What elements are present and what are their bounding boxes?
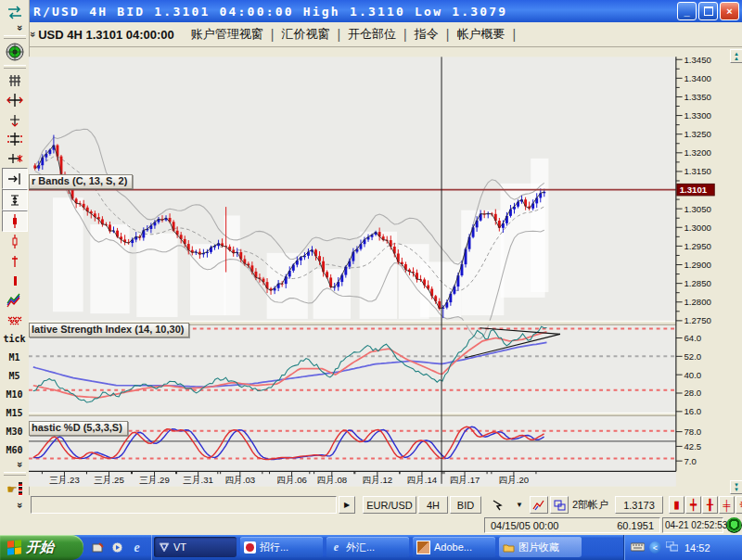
date-axis-label: 四月.20: [499, 475, 530, 485]
dagger-line-tool-icon[interactable]: [3, 251, 27, 271]
language-indicator-icon[interactable]: <: [649, 541, 661, 554]
clock-label: 14:52: [684, 542, 710, 554]
show-desktop-icon[interactable]: [91, 541, 105, 554]
timeframe-m10[interactable]: M10: [3, 385, 27, 403]
media-player-icon[interactable]: [110, 541, 124, 554]
task-label: 招行...: [260, 541, 288, 554]
menu-item-orders[interactable]: 指令: [407, 24, 446, 45]
stoch-axis-label: 42.5: [684, 441, 702, 452]
horizontal-scrollbar[interactable]: [31, 496, 337, 514]
timeframe-m30[interactable]: M30: [3, 422, 27, 440]
taskbar-task-cmb[interactable]: 招行...: [240, 537, 323, 557]
bar-tool-icon[interactable]: [3, 271, 27, 290]
account-label[interactable]: 2部帐户: [572, 498, 608, 512]
price-axis-label: 1.2850: [684, 278, 711, 288]
swap-arrows-icon[interactable]: [3, 3, 27, 22]
multi-line-zigzag-icon[interactable]: [3, 290, 27, 310]
hand-measure-tool-icon[interactable]: ☛: [3, 477, 27, 500]
vt-trader-window: R/USD 4H BID 1.3101 04:00:00 High 1.3110…: [0, 0, 742, 560]
cursor-dropdown-button[interactable]: ▼: [511, 496, 528, 514]
date-axis-label: 三月.25: [94, 475, 124, 485]
zigzag-indicator-button[interactable]: [530, 496, 548, 514]
keyboard-icon[interactable]: [631, 542, 645, 554]
chart-type-hlc-button[interactable]: ┿: [685, 496, 701, 514]
bank-logo-icon: [244, 541, 256, 554]
dropdown-arrow-icon: ▼: [516, 501, 523, 509]
window-title: R/USD 4H BID 1.3101 04:00:00 High 1.3110…: [29, 5, 677, 19]
timeframe-m60[interactable]: M60: [3, 440, 27, 459]
grid-tool-icon[interactable]: [3, 70, 27, 90]
date-axis-label: 四月.08: [317, 475, 348, 485]
restore-button[interactable]: [698, 2, 718, 20]
price-axis-label: 1.3450: [684, 55, 711, 65]
cross-asterisk-tool-icon[interactable]: [3, 148, 27, 168]
arrow-to-bar-tool-icon[interactable]: [2, 168, 28, 189]
timeframe-overflow-chevron-icon[interactable]: »: [16, 462, 25, 467]
candle-icon: ▮: [673, 499, 679, 511]
chart-type-bars-button[interactable]: ╪: [719, 496, 735, 514]
side-button[interactable]: BID: [450, 496, 481, 514]
left-toolbar: »: [0, 0, 30, 535]
price-axis-label: 1.3250: [684, 129, 711, 139]
task-label: 图片收藏: [518, 541, 559, 554]
date-axis-label: 三月.31: [183, 475, 213, 485]
close-icon: ×: [726, 6, 732, 17]
task-label: 外汇...: [346, 541, 375, 554]
chart-bottom-toolbar: ▶ EUR/USD 4H BID ▼ 2部帐户 1.3173 ▮ ┿ ╂ ╪ ✳…: [29, 495, 742, 516]
timeframe-m1[interactable]: M1: [3, 348, 27, 366]
close-button[interactable]: ×: [720, 2, 739, 20]
rsi-axis-label: 64.0: [684, 333, 702, 343]
axis-scroll-down-button[interactable]: ▼▼: [730, 480, 742, 494]
ibeam-range-tool-icon[interactable]: [2, 189, 28, 210]
folder-icon: [503, 541, 515, 554]
timeframe-m15[interactable]: M15: [3, 403, 27, 422]
connection-globe-icon[interactable]: [3, 41, 27, 63]
candlestick-hollow-tool-icon[interactable]: [3, 232, 27, 251]
taskbar-task-pictures[interactable]: 图片收藏: [499, 537, 582, 557]
chart-type-candle-button[interactable]: ▮: [669, 496, 684, 514]
minimize-button[interactable]: _: [677, 2, 697, 20]
quick-launch-bar: e: [83, 535, 152, 560]
menu-item-account-summary[interactable]: 帐户概要: [449, 24, 512, 45]
chart-type-ohlc-button[interactable]: ╂: [702, 496, 718, 514]
toolbar-overflow-chevron-icon[interactable]: »: [16, 25, 25, 31]
start-button[interactable]: 开始: [0, 535, 83, 560]
hatch-pattern-icon[interactable]: [3, 310, 27, 329]
taskbar-task-forex[interactable]: e 外汇...: [326, 537, 409, 557]
timeframe-tick[interactable]: tick: [3, 329, 27, 348]
bar-time: 04/15/05 00:00: [491, 520, 558, 531]
rsi-axis-label: 52.0: [684, 351, 702, 362]
symbol-button[interactable]: EUR/USD: [363, 496, 416, 514]
rsi-label: lative Strength Index (14, 10,30): [29, 323, 189, 337]
menu-item-account-management[interactable]: 账户管理视窗: [184, 24, 271, 45]
price-axis-label: 1.3400: [684, 73, 711, 83]
scroll-right-button[interactable]: ▶: [339, 496, 355, 514]
small-crosshair-arrows-tool-icon[interactable]: [3, 109, 27, 129]
candlestick-filled-tool-icon[interactable]: [2, 210, 28, 232]
network-icon[interactable]: [666, 541, 678, 554]
crosshair-arrows-tool-icon[interactable]: [3, 90, 27, 109]
menu-item-quotes[interactable]: 汇价视窗: [274, 24, 337, 45]
start-label: 开始: [26, 539, 54, 556]
cascade-windows-button[interactable]: [550, 496, 569, 514]
stochastic-label: hastic %D (5,3,3,S): [29, 421, 128, 436]
timeframe-m5[interactable]: M5: [3, 366, 27, 385]
price-axis-label: 1.2950: [684, 241, 711, 251]
bottom-overflow-chevron-icon[interactable]: »: [16, 503, 25, 508]
taskbar-task-vt[interactable]: VT: [154, 537, 237, 557]
menu-separator: |: [512, 27, 516, 42]
cursor-tool-button[interactable]: [487, 496, 511, 514]
axis-scroll-up-button[interactable]: ▲▲: [730, 49, 742, 63]
internet-explorer-icon[interactable]: e: [130, 541, 144, 554]
price-chart-canvas[interactable]: 1.34501.34001.33501.33001.32501.32001.31…: [29, 48, 742, 495]
up-arrow-icon: ▲: [734, 57, 739, 61]
chart-type-star-button[interactable]: ✳: [736, 496, 742, 514]
taskbar-task-adobe[interactable]: Adobe...: [413, 537, 495, 557]
menu-item-open-positions[interactable]: 开仓部位: [340, 24, 403, 45]
price-axis-label: 1.3000: [684, 223, 711, 233]
period-button[interactable]: 4H: [418, 496, 448, 514]
price-axis-label: 1.2750: [684, 315, 711, 325]
bars-icon: ╪: [723, 500, 731, 511]
double-cross-tool-icon[interactable]: [3, 129, 27, 148]
price-axis-label: 1.3300: [684, 110, 711, 121]
